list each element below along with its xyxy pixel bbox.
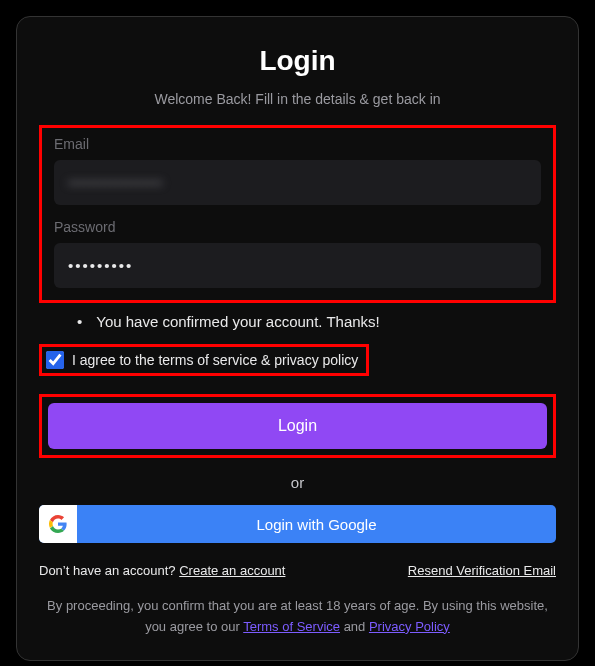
login-button-highlight: Login — [39, 394, 556, 458]
agree-highlight: I agree to the terms of service & privac… — [39, 344, 369, 376]
credentials-highlight: Email •••••••••••••••••• Password — [39, 125, 556, 303]
disclaimer-text: By proceeding, you confirm that you are … — [39, 596, 556, 638]
email-label: Email — [54, 136, 541, 152]
password-field[interactable] — [54, 243, 541, 288]
google-icon — [39, 505, 77, 543]
create-account-link[interactable]: Create an account — [179, 563, 285, 578]
privacy-link[interactable]: Privacy Policy — [369, 619, 450, 634]
login-button[interactable]: Login — [48, 403, 547, 449]
secondary-links-row: Don’t have an account? Create an account… — [39, 563, 556, 578]
page-title: Login — [39, 45, 556, 77]
login-card: Login Welcome Back! Fill in the details … — [16, 16, 579, 661]
page-subtitle: Welcome Back! Fill in the details & get … — [39, 91, 556, 107]
resend-verification-link[interactable]: Resend Verification Email — [408, 563, 556, 578]
google-button-label: Login with Google — [77, 516, 556, 533]
tos-link[interactable]: Terms of Service — [243, 619, 340, 634]
confirmed-message: You have confirmed your account. Thanks! — [77, 313, 556, 330]
google-login-button[interactable]: Login with Google — [39, 505, 556, 543]
password-label: Password — [54, 219, 541, 235]
email-field[interactable]: •••••••••••••••••• — [54, 160, 541, 205]
agree-label: I agree to the terms of service & privac… — [72, 352, 358, 368]
agree-checkbox[interactable] — [46, 351, 64, 369]
or-divider: or — [39, 474, 556, 491]
no-account-text: Don’t have an account? Create an account — [39, 563, 285, 578]
